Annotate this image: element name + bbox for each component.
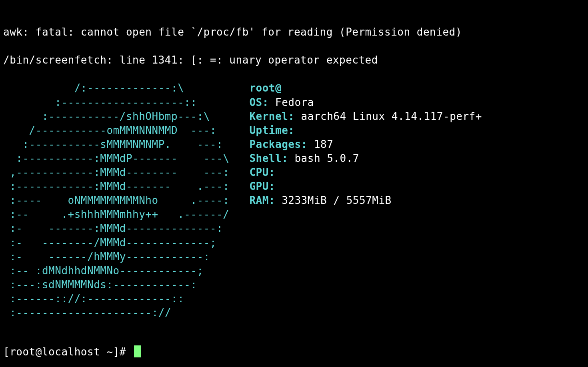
cpu-value [275,166,282,178]
uptime-label: Uptime: [249,124,294,136]
cpu-label: CPU: [249,166,275,178]
packages-value: 187 [308,138,334,150]
gpu-value [275,180,282,192]
user-host: root@ [249,82,282,94]
system-info: root@ OS: Fedora Kernel: aarch64 Linux 4… [249,81,482,320]
ram-value: 3233MiB / 5557MiB [275,194,392,206]
shell-prompt[interactable]: [root@localhost ~]# [3,345,585,359]
error-line-2: /bin/screenfetch: line 1341: [: =: unary… [3,53,585,67]
os-value: Fedora [269,96,320,108]
packages-label: Packages: [249,138,307,150]
error-line-1: awk: fatal: cannot open file `/proc/fb' … [3,25,585,39]
shell-value: bash 5.0.7 [288,152,359,164]
kernel-value: aarch64 Linux 4.14.117-perf+ [294,110,482,122]
cursor-icon [134,345,141,357]
ram-label: RAM: [249,194,275,206]
screenfetch-output: /:-------------:\ :-------------------::… [3,81,585,320]
uptime-value [294,124,301,136]
terminal-output[interactable]: awk: fatal: cannot open file `/proc/fb' … [0,0,588,367]
fedora-ascii-logo: /:-------------:\ :-------------------::… [3,81,229,320]
shell-label: Shell: [249,152,288,164]
gpu-label: GPU: [249,180,275,192]
kernel-label: Kernel: [249,110,294,122]
os-label: OS: [249,96,268,108]
prompt-text: [root@localhost ~]# [3,346,132,358]
